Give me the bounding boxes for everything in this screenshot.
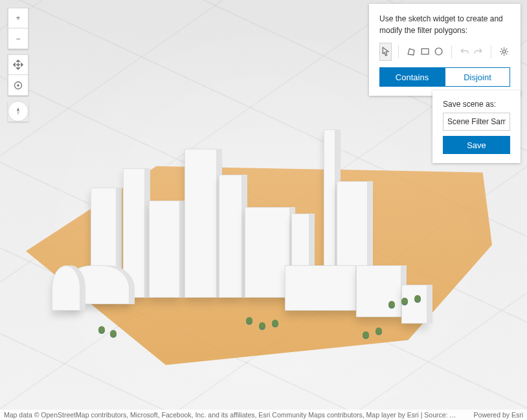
sketch-toolbar bbox=[379, 43, 510, 61]
compass-button[interactable] bbox=[8, 101, 28, 122]
pointer-icon bbox=[380, 46, 391, 57]
scene-view[interactable]: + − Use the sketch widget to create and … bbox=[0, 0, 527, 420]
redo-icon bbox=[473, 46, 484, 57]
minus-icon: − bbox=[16, 34, 20, 43]
attribution-bar: Map data © OpenStreetMap contributors, M… bbox=[0, 410, 527, 420]
gear-icon bbox=[499, 46, 510, 57]
attribution-text: Map data © OpenStreetMap contributors, M… bbox=[4, 411, 457, 419]
powered-by-text[interactable]: Powered by Esri bbox=[474, 411, 523, 419]
undo-icon bbox=[459, 46, 470, 57]
plus-icon: + bbox=[16, 14, 20, 23]
circle-tool-button[interactable] bbox=[432, 43, 445, 61]
save-button[interactable]: Save bbox=[443, 136, 510, 154]
sketch-panel: Use the sketch widget to create and modi… bbox=[369, 4, 521, 96]
pan-icon bbox=[13, 60, 23, 70]
navigation-widget: + − bbox=[8, 8, 28, 127]
contains-mode-button[interactable]: Contains bbox=[379, 67, 445, 87]
save-label: Save scene as: bbox=[443, 100, 510, 109]
sketch-instruction: Use the sketch widget to create and modi… bbox=[379, 13, 510, 36]
svg-point-1 bbox=[17, 85, 19, 86]
rotate-icon bbox=[13, 80, 23, 91]
compass-icon bbox=[13, 106, 23, 116]
zoom-out-button[interactable]: − bbox=[8, 28, 28, 49]
circle-icon bbox=[433, 46, 444, 57]
polygon-tool-button[interactable] bbox=[405, 43, 418, 61]
zoom-in-button[interactable]: + bbox=[8, 8, 28, 28]
svg-point-3 bbox=[435, 49, 442, 56]
scene-title-input[interactable] bbox=[443, 113, 510, 131]
rectangle-tool-button[interactable] bbox=[419, 43, 431, 61]
undo-button[interactable] bbox=[458, 43, 471, 61]
redo-button[interactable] bbox=[472, 43, 484, 61]
rotate-button[interactable] bbox=[8, 75, 28, 96]
pan-button[interactable] bbox=[8, 54, 28, 75]
settings-button[interactable] bbox=[498, 43, 510, 61]
pointer-tool-button[interactable] bbox=[379, 43, 392, 61]
filter-mode-toggle: Contains Disjoint bbox=[379, 67, 510, 87]
disjoint-mode-button[interactable]: Disjoint bbox=[445, 67, 510, 87]
rectangle-icon bbox=[420, 46, 431, 57]
city-3d-buildings bbox=[52, 78, 466, 298]
save-panel: Save scene as: Save bbox=[432, 91, 521, 163]
svg-rect-2 bbox=[421, 49, 429, 55]
polygon-icon bbox=[406, 46, 417, 57]
svg-point-4 bbox=[502, 50, 506, 54]
